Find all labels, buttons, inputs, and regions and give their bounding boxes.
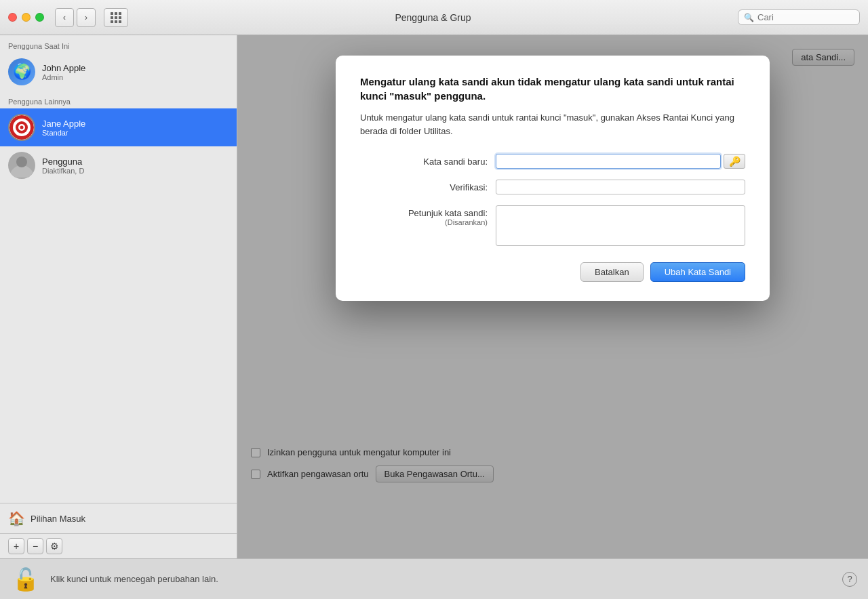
lock-icon: 🔓	[12, 566, 39, 592]
avatar-pengguna	[8, 152, 35, 179]
content-area: ata Sandi... Izinkan pengguna untuk meng…	[237, 35, 868, 558]
close-button[interactable]	[8, 13, 17, 22]
svg-point-4	[20, 126, 24, 129]
settings-button[interactable]: ⚙	[46, 538, 62, 554]
traffic-lights	[8, 13, 44, 22]
password-reset-modal: Mengatur ulang kata sandi akun tidak men…	[336, 56, 770, 301]
hint-textarea[interactable]	[496, 205, 745, 246]
remove-user-button[interactable]: −	[27, 538, 43, 554]
other-users-label: Pengguna Lainnya	[0, 91, 237, 108]
hint-label: Petunjuk kata sandi: (Disarankan)	[360, 205, 496, 226]
user-item-john[interactable]: 🌍 John Apple Admin	[0, 53, 237, 91]
new-password-label: Kata sandi baru:	[360, 157, 496, 167]
minimize-button[interactable]	[22, 13, 31, 22]
change-password-modal-button[interactable]: Ubah Kata Sandi	[650, 262, 745, 282]
avatar-john: 🌍	[8, 58, 35, 85]
cancel-button[interactable]: Batalkan	[580, 262, 644, 282]
help-button[interactable]: ?	[842, 572, 857, 587]
title-bar: ‹ › Pengguna & Grup 🔍	[0, 0, 868, 35]
main-area: Pengguna Saat Ini 🌍 John Apple Admin Pen…	[0, 35, 868, 558]
back-button[interactable]: ‹	[55, 8, 74, 27]
new-password-input[interactable]	[496, 154, 721, 169]
user-info-john: John Apple Admin	[42, 63, 85, 81]
grid-view-button[interactable]	[104, 8, 128, 27]
user-name-jane: Jane Apple	[42, 119, 85, 129]
user-item-pengguna[interactable]: Pengguna Diaktifkan, D	[0, 146, 237, 184]
sidebar-bottom: 🏠 Pilihan Masuk + − ⚙	[0, 503, 237, 558]
hint-row: Petunjuk kata sandi: (Disarankan)	[360, 205, 745, 246]
bottom-bar: 🔓 Klik kunci untuk mencegah perubahan la…	[0, 558, 868, 599]
user-role-jane: Standar	[42, 129, 85, 137]
forward-button[interactable]: ›	[77, 8, 96, 27]
verify-label: Verifikasi:	[360, 182, 496, 192]
modal-description: Untuk mengatur ulang kata sandi untuk ra…	[360, 111, 745, 138]
user-name-john: John Apple	[42, 63, 85, 73]
login-options-button[interactable]: 🏠 Pilihan Masuk	[0, 503, 237, 533]
search-box[interactable]: 🔍	[738, 9, 860, 25]
lock-icon-wrap: 🔓	[11, 564, 41, 594]
new-password-row: Kata sandi baru: 🔑	[360, 154, 745, 169]
bottom-bar-text: Klik kunci untuk mencegah perubahan lain…	[50, 574, 833, 584]
avatar-jane	[8, 114, 35, 141]
window-title: Pengguna & Grup	[134, 12, 732, 23]
sidebar: Pengguna Saat Ini 🌍 John Apple Admin Pen…	[0, 35, 237, 558]
verify-input[interactable]	[496, 180, 745, 194]
user-item-jane[interactable]: Jane Apple Standar	[0, 108, 237, 146]
verify-row: Verifikasi:	[360, 180, 745, 194]
modal-overlay: Mengatur ulang kata sandi akun tidak men…	[237, 35, 868, 558]
user-info-jane: Jane Apple Standar	[42, 119, 85, 137]
toolbar-buttons: + − ⚙	[0, 533, 237, 558]
add-user-button[interactable]: +	[8, 538, 24, 554]
user-name-pengguna: Pengguna	[42, 157, 84, 167]
modal-buttons: Batalkan Ubah Kata Sandi	[360, 262, 745, 282]
user-role-john: Admin	[42, 73, 85, 81]
svg-point-6	[16, 157, 27, 167]
search-icon: 🔍	[744, 13, 754, 22]
modal-title: Mengatur ulang kata sandi akun tidak men…	[360, 75, 745, 103]
user-info-pengguna: Pengguna Diaktifkan, D	[42, 157, 84, 175]
search-input[interactable]	[757, 12, 854, 22]
key-button[interactable]: 🔑	[724, 154, 745, 169]
nav-buttons: ‹ ›	[55, 8, 96, 27]
maximize-button[interactable]	[35, 13, 44, 22]
login-options-label: Pilihan Masuk	[31, 514, 85, 524]
current-users-label: Pengguna Saat Ini	[0, 35, 237, 53]
home-icon: 🏠	[8, 510, 25, 526]
user-role-pengguna: Diaktifkan, D	[42, 167, 84, 175]
